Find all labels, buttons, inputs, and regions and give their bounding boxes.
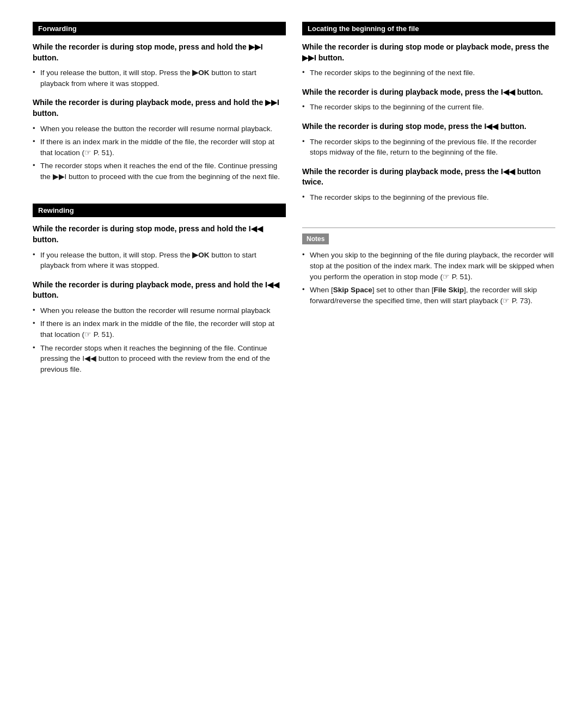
notes-header: Notes	[302, 233, 329, 244]
loc-playback-twice-subsection: While the recorder is during playback mo…	[302, 167, 555, 203]
loc-playback-twice-bullet-1: The recorder skips to the beginning of t…	[302, 192, 555, 203]
fwd-playback-bullets: When you release the button the recorder…	[33, 124, 286, 182]
loc-stop-playback-subsection: While the recorder is during stop mode o…	[302, 42, 555, 78]
rew-playback-bullets: When you release the button the recorder…	[33, 305, 286, 374]
loc-playback-twice-bullets: The recorder skips to the beginning of t…	[302, 192, 555, 203]
fwd-stop-bullet-1: If you release the button, it will stop.…	[33, 67, 286, 89]
rew-playback-bullet-3: The recorder stops when it reaches the b…	[33, 343, 286, 375]
spacer	[302, 211, 555, 222]
loc-stop-playback-bullet-1: The recorder skips to the beginning of t…	[302, 67, 555, 78]
fwd-stop-subsection: While the recorder is during stop mode, …	[33, 42, 286, 89]
locating-section: Locating the beginning of the file While…	[302, 22, 555, 211]
rew-playback-bullet-1: When you release the button the recorder…	[33, 305, 286, 316]
notes-section: Notes When you skip to the beginning of …	[302, 228, 555, 315]
notes-bullets: When you skip to the beginning of the fi…	[302, 250, 555, 306]
rew-playback-bullet-2: If there is an index mark in the middle …	[33, 318, 286, 340]
rew-stop-bullet-1: If you release the button, it will stop.…	[33, 250, 286, 271]
forwarding-section: Forwarding While the recorder is during …	[33, 22, 286, 190]
loc-playback-current-subsection: While the recorder is during playback mo…	[302, 87, 555, 113]
fwd-playback-bullet-3: The recorder stops when it reaches the e…	[33, 161, 286, 182]
rewinding-section: Rewinding While the recorder is during s…	[33, 204, 286, 383]
rew-stop-bullets: If you release the button, it will stop.…	[33, 250, 286, 271]
loc-playback-current-bullets: The recorder skips to the beginning of t…	[302, 102, 555, 113]
rew-stop-title: While the recorder is during stop mode, …	[33, 224, 286, 245]
notes-bullet-2: When [Skip Space] set to other than [Fil…	[302, 285, 555, 306]
loc-stop-playback-bullets: The recorder skips to the beginning of t…	[302, 67, 555, 78]
loc-stop-prev-title: While the recorder is during stop mode, …	[302, 121, 555, 132]
fwd-playback-bullet-2: If there is an index mark in the middle …	[33, 137, 286, 158]
loc-playback-current-bullet-1: The recorder skips to the beginning of t…	[302, 102, 555, 113]
page-content: Forwarding While the recorder is during …	[33, 22, 555, 396]
fwd-playback-title: While the recorder is during playback mo…	[33, 97, 286, 119]
rewinding-header: Rewinding	[33, 204, 286, 217]
loc-playback-twice-title: While the recorder is during playback mo…	[302, 167, 555, 188]
rew-playback-title: While the recorder is during playback mo…	[33, 280, 286, 301]
loc-stop-prev-bullets: The recorder skips to the beginning of t…	[302, 137, 555, 158]
loc-stop-prev-bullet-1: The recorder skips to the beginning of t…	[302, 137, 555, 158]
fwd-playback-bullet-1: When you release the button the recorder…	[33, 124, 286, 134]
forwarding-header: Forwarding	[33, 22, 286, 35]
loc-playback-current-title: While the recorder is during playback mo…	[302, 87, 555, 98]
fwd-playback-subsection: While the recorder is during playback mo…	[33, 97, 286, 182]
fwd-stop-bullets: If you release the button, it will stop.…	[33, 67, 286, 89]
fwd-stop-title: While the recorder is during stop mode, …	[33, 42, 286, 63]
rew-stop-subsection: While the recorder is during stop mode, …	[33, 224, 286, 271]
notes-bullet-1: When you skip to the beginning of the fi…	[302, 250, 555, 282]
locating-header: Locating the beginning of the file	[302, 22, 555, 35]
rew-playback-subsection: While the recorder is during playback mo…	[33, 280, 286, 375]
loc-stop-prev-subsection: While the recorder is during stop mode, …	[302, 121, 555, 158]
right-column: Locating the beginning of the file While…	[302, 22, 555, 396]
loc-stop-playback-title: While the recorder is during stop mode o…	[302, 42, 555, 63]
left-column: Forwarding While the recorder is during …	[33, 22, 286, 396]
